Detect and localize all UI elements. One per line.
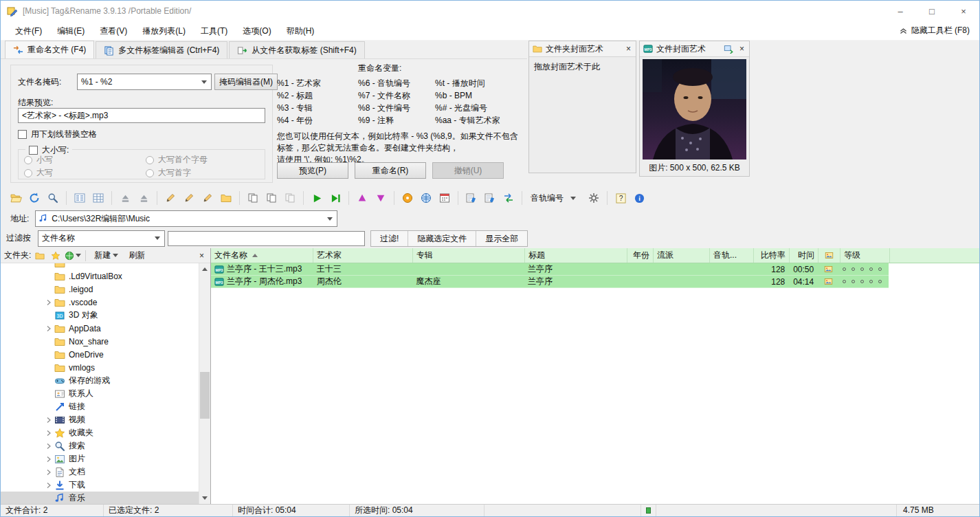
- quick-write-icon[interactable]: [199, 190, 216, 206]
- scroll-down-button[interactable]: [199, 492, 210, 504]
- expand-chevron-icon[interactable]: [43, 428, 54, 439]
- column-title[interactable]: 标题: [525, 248, 627, 263]
- tree-item[interactable]: 图片: [1, 452, 199, 465]
- favorites-star-icon[interactable]: [49, 249, 63, 263]
- eject-icon[interactable]: [117, 190, 133, 206]
- refresh-icon[interactable]: [26, 190, 43, 206]
- disc-info-icon[interactable]: [399, 190, 416, 206]
- apply-filter-button[interactable]: 过滤!: [371, 231, 408, 246]
- cover-art-image[interactable]: [643, 59, 746, 160]
- tree-item[interactable]: .vscode: [1, 296, 199, 309]
- edit-tags-alt-icon[interactable]: [482, 190, 498, 206]
- tab-rename-files[interactable]: 重命名文件 (F4): [5, 41, 94, 58]
- filter-input[interactable]: [168, 231, 365, 246]
- column-year[interactable]: 年份: [627, 248, 654, 263]
- network-places-icon[interactable]: [65, 249, 81, 263]
- rating-dots[interactable]: [839, 263, 889, 275]
- tree-item[interactable]: 收藏夹: [1, 426, 199, 439]
- paste-tags-icon[interactable]: [263, 190, 280, 206]
- menu-view[interactable]: 查看(V): [92, 21, 135, 41]
- eject-all-icon[interactable]: [135, 190, 152, 206]
- tree-item[interactable]: 保存的游戏: [1, 374, 199, 387]
- write-tags-icon[interactable]: [162, 190, 179, 206]
- menu-playlist[interactable]: 播放列表(L): [135, 21, 193, 41]
- preview-button[interactable]: 预览(P): [277, 162, 348, 179]
- tree-item[interactable]: Nox_share: [1, 335, 199, 348]
- radio-capitalize-first-letter[interactable]: 大写首个字母: [146, 154, 208, 166]
- track-number-dropdown[interactable]: 音轨编号: [527, 190, 583, 206]
- expand-chevron-icon[interactable]: [43, 297, 54, 308]
- mask-editor-button[interactable]: 掩码编辑器(M): [214, 74, 278, 90]
- about-icon[interactable]: [631, 190, 647, 206]
- tree-scrollbar[interactable]: [199, 263, 210, 504]
- hide-toolbar-button[interactable]: 隐藏工具栏 (F8): [899, 25, 979, 36]
- rating-dots[interactable]: [839, 276, 889, 287]
- underscore-checkbox[interactable]: [18, 130, 27, 139]
- file-cover-art-close-button[interactable]: ×: [738, 44, 746, 54]
- column-rating[interactable]: 等级: [840, 248, 890, 263]
- hide-selected-button[interactable]: 隐藏选定文件: [408, 231, 476, 246]
- scrollbar-thumb[interactable]: [200, 372, 210, 419]
- file-row[interactable]: 兰亭序 - 王十三.mp3 王十三 兰亭序 128 00:50: [211, 263, 889, 276]
- menu-help[interactable]: 帮助(H): [279, 21, 322, 41]
- radio-uppercase[interactable]: 大写: [24, 167, 53, 179]
- move-up-icon[interactable]: [354, 190, 370, 206]
- menu-file[interactable]: 文件(F): [8, 21, 49, 41]
- new-folder-button[interactable]: 新建: [90, 249, 122, 263]
- menu-tools[interactable]: 工具(T): [193, 21, 235, 41]
- tree-item[interactable]: AppData: [1, 322, 199, 335]
- expand-chevron-icon[interactable]: [43, 467, 54, 478]
- open-folder-icon[interactable]: [8, 190, 24, 206]
- expand-chevron-icon[interactable]: [43, 441, 54, 452]
- export-art-icon[interactable]: [724, 44, 733, 54]
- play-next-icon[interactable]: [327, 190, 344, 206]
- column-filename[interactable]: 文件名称: [211, 248, 313, 263]
- menu-options[interactable]: 选项(O): [235, 21, 278, 41]
- expand-chevron-icon[interactable]: [43, 454, 54, 465]
- tree-item[interactable]: 联系人: [1, 387, 199, 400]
- close-button[interactable]: ×: [948, 1, 979, 21]
- maximize-button[interactable]: □: [916, 1, 948, 21]
- write-tags-alt-icon[interactable]: [181, 190, 197, 206]
- tree-item[interactable]: 文档: [1, 465, 199, 478]
- underscore-checkbox-row[interactable]: 用下划线替换空格: [18, 129, 97, 140]
- show-all-button[interactable]: 显示全部: [476, 231, 527, 246]
- tab-tags-from-name[interactable]: 从文件名获取标签 (Shift+F4): [229, 41, 364, 58]
- column-cover-art[interactable]: [818, 248, 840, 263]
- filename-mask-combo[interactable]: %1 - %2: [77, 74, 212, 90]
- swap-fields-icon[interactable]: [500, 190, 517, 206]
- folder-cover-art-close-button[interactable]: ×: [625, 44, 632, 54]
- undo-button[interactable]: 撤销(U): [432, 162, 504, 179]
- expand-chevron-icon[interactable]: [43, 323, 54, 334]
- radio-capitalize-words[interactable]: 大写首字: [146, 167, 191, 179]
- copy-tags-icon[interactable]: [245, 190, 261, 206]
- column-bitrate[interactable]: 比特率: [754, 248, 790, 263]
- move-down-icon[interactable]: [372, 190, 389, 206]
- refresh-folders-button[interactable]: 刷新: [124, 249, 149, 263]
- column-artist[interactable]: 艺术家: [313, 248, 413, 263]
- scroll-up-button[interactable]: [199, 263, 210, 275]
- expand-chevron-icon[interactable]: [43, 480, 54, 491]
- menu-edit[interactable]: 编辑(E): [49, 21, 92, 41]
- tree-item-partial[interactable]: [1, 263, 199, 270]
- copy-special-icon[interactable]: [282, 190, 298, 206]
- tree-item[interactable]: 3D 对象: [1, 309, 199, 322]
- tag-folder-icon[interactable]: [218, 190, 234, 206]
- folder-view-icon[interactable]: [33, 249, 47, 263]
- rename-button[interactable]: 重命名(R): [355, 162, 426, 179]
- help-icon[interactable]: [612, 190, 629, 206]
- autonumber-wizard-icon[interactable]: [586, 190, 602, 206]
- tree-item[interactable]: vmlogs: [1, 361, 199, 374]
- play-icon[interactable]: [309, 190, 325, 206]
- filter-field-combo[interactable]: 文件名称: [38, 230, 165, 247]
- column-album[interactable]: 专辑: [413, 248, 525, 263]
- edit-tags-icon[interactable]: [463, 190, 480, 206]
- tree-item[interactable]: .Ld9VirtualBox: [1, 270, 199, 283]
- minimize-button[interactable]: –: [884, 1, 916, 21]
- tree-item[interactable]: 下载: [1, 478, 199, 492]
- column-genre[interactable]: 流派: [654, 248, 710, 263]
- tree-item[interactable]: 链接: [1, 400, 199, 413]
- column-time[interactable]: 时间: [790, 248, 818, 263]
- address-combo[interactable]: C:\Users\32R编辑部\Music: [35, 210, 337, 227]
- tree-item[interactable]: OneDrive: [1, 348, 199, 361]
